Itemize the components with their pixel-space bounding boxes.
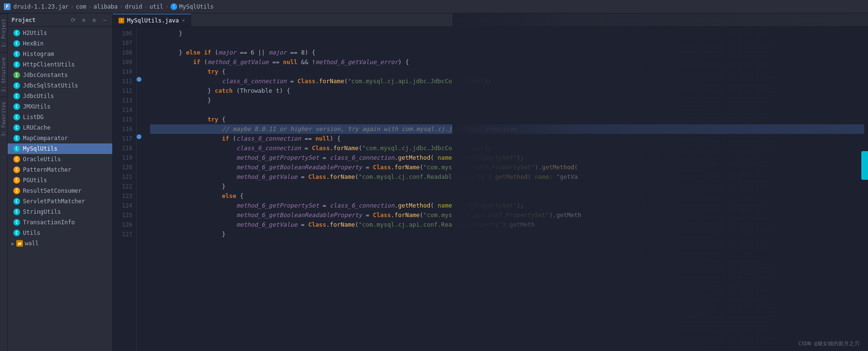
code-line-112: } catch (Throwable t) {	[150, 86, 864, 96]
file-icon: C	[13, 114, 20, 121]
sidebar-item-mysqlutils[interactable]: CMySqlUtils	[8, 143, 112, 154]
sidebar-item-lrucache[interactable]: CLRUCache	[8, 122, 112, 133]
sidebar-item-jdbcsqlstatutils[interactable]: CJdbcSqlStatUtils	[8, 80, 112, 91]
sidebar-item-servletpathmatcher[interactable]: CServletPathMatcher	[8, 196, 112, 207]
sidebar-item-hexbin[interactable]: CHexBin	[8, 38, 112, 49]
breadcrumb: druid-1.1.23.jar › com › alibaba › druid…	[13, 3, 214, 10]
sidebar-item-label: ListDG	[23, 114, 43, 121]
sidebar-item-h2utils[interactable]: CH2Utils	[8, 28, 112, 38]
tab-mysqlutils[interactable]: J MySqlUtils.java ×	[113, 14, 191, 26]
code-line-106: }	[150, 29, 864, 38]
title-bar: P druid-1.1.23.jar › com › alibaba › dru…	[0, 0, 868, 13]
breadcrumb-classname[interactable]: MySqlUtils	[179, 3, 214, 10]
sidebar-item-oracleutils[interactable]: COracleUtils	[8, 154, 112, 165]
code-line-122: }	[150, 182, 864, 191]
line-number-118: 118	[115, 143, 132, 153]
line-number-124: 124	[115, 201, 132, 210]
line-number-127: 127	[115, 230, 132, 239]
breakpoint-marker[interactable]	[137, 77, 141, 82]
sidebar-item-resultsetconsumer[interactable]: IResultSetConsumer	[8, 186, 112, 196]
file-icon: I	[13, 187, 20, 194]
close-panel-icon[interactable]: −	[101, 16, 108, 24]
tab-file-icon: J	[118, 18, 124, 23]
collapse-icon[interactable]: ≡	[80, 16, 87, 24]
code-content: } } else if (major == 6 || major == 8) {…	[146, 27, 868, 351]
sidebar-item-jdbcutils[interactable]: CJdbcUtils	[8, 91, 112, 101]
code-line-124: method_6_getPropertySet = class_6_connec…	[150, 201, 864, 210]
sidebar-item-label: HexBin	[23, 40, 43, 47]
file-icon: C	[13, 230, 20, 236]
sidebar-item-label: HttpClientUtils	[23, 61, 75, 68]
code-line-125: method_6_getBooleanReadableProperty = Cl…	[150, 210, 864, 220]
file-icon: C	[13, 198, 20, 205]
right-edge-button[interactable]	[861, 151, 868, 180]
code-line-117: if (class_6_connection == null) {	[150, 134, 864, 143]
breadcrumb-alibaba[interactable]: alibaba	[94, 3, 118, 10]
folder-wall[interactable]: ▶📁wall	[8, 238, 112, 249]
folder-icon: 📁	[16, 240, 23, 247]
file-icon: C	[13, 82, 20, 89]
sidebar-item-label: JdbcSqlStatUtils	[23, 82, 78, 89]
sidebar-item-histogram[interactable]: CHistogram	[8, 49, 112, 59]
line-number-122: 122	[115, 182, 132, 191]
line-number-110: 110	[115, 67, 132, 77]
sync-icon[interactable]: ⟳	[69, 16, 77, 24]
file-icon: C	[13, 166, 20, 173]
sidebar-item-stringutils[interactable]: CStringUtils	[8, 207, 112, 217]
main-area: 1: Project 2: Structure 3: Favorites Pro…	[0, 13, 868, 351]
sidebar-item-httpclientutils[interactable]: CHttpClientUtils	[8, 59, 112, 70]
file-list: CH2UtilsCHexBinCHistogramCHttpClientUtil…	[8, 27, 112, 351]
line-number-115: 115	[115, 115, 132, 124]
breadcrumb-jar[interactable]: druid-1.1.23.jar	[13, 3, 69, 10]
tab-favorites[interactable]: 3: Favorites	[0, 97, 7, 141]
code-line-108: } else if (major == 6 || major == 8) {	[150, 48, 864, 57]
file-icon: C	[13, 177, 20, 184]
sidebar-item-mapcomparator[interactable]: CMapComparator	[8, 133, 112, 143]
code-editor[interactable]: 1061071081091101111121131141151161171181…	[113, 27, 868, 351]
line-number-116: 116	[115, 124, 132, 134]
sidebar-item-jdbcconstants[interactable]: IJdbcConstants	[8, 70, 112, 80]
breadcrumb-com[interactable]: com	[76, 3, 86, 10]
line-number-108: 108	[115, 48, 132, 57]
sidebar-item-label: MySqlUtils	[23, 145, 57, 152]
sidebar-item-label: Histogram	[23, 51, 54, 57]
file-icon: C	[13, 124, 20, 131]
sidebar-item-utils[interactable]: CUtils	[8, 228, 112, 238]
code-line-115: try {	[150, 115, 864, 124]
tab-project[interactable]: 1: Project	[0, 13, 7, 52]
sidebar-item-label: PatternMatcher	[23, 166, 71, 173]
folder-label: wall	[25, 240, 39, 247]
code-line-116: // maybe 8.0.11 or higher version, try a…	[150, 124, 864, 134]
tab-structure[interactable]: 2: Structure	[0, 52, 7, 97]
tab-close-button[interactable]: ×	[182, 17, 185, 23]
breadcrumb-util[interactable]: util	[150, 3, 163, 10]
file-icon: C	[13, 156, 20, 163]
project-icon: P	[4, 3, 11, 10]
file-icon: C	[13, 135, 20, 142]
sidebar-item-label: JMXUtils	[23, 103, 51, 110]
file-icon: C	[13, 61, 20, 68]
file-icon: C	[13, 208, 20, 215]
file-icon: C	[13, 219, 20, 226]
code-line-121: method_6_getValue = Class.forName("com.m…	[150, 172, 864, 182]
settings-icon[interactable]: ⚙	[90, 16, 98, 24]
sidebar-item-listdg[interactable]: CListDG	[8, 112, 112, 122]
line-number-119: 119	[115, 153, 132, 163]
sidebar-item-pgutils[interactable]: CPGUtils	[8, 175, 112, 186]
code-line-107	[150, 38, 864, 48]
line-number-121: 121	[115, 172, 132, 182]
sidebar-item-patternmatcher[interactable]: CPatternMatcher	[8, 165, 112, 175]
sidebar-item-jmxutils[interactable]: CJMXUtils	[8, 101, 112, 112]
line-numbers: 1061071081091101111121131141151161171181…	[113, 27, 137, 351]
line-number-114: 114	[115, 105, 132, 115]
code-line-119: method_6_getPropertySet = class_6_connec…	[150, 153, 864, 163]
line-number-120: 120	[115, 163, 132, 172]
breadcrumb-druid[interactable]: druid	[125, 3, 142, 10]
file-icon: C	[13, 30, 20, 36]
breakpoint-marker[interactable]	[137, 134, 141, 139]
code-line-109: if (method_6_getValue == null && !method…	[150, 57, 864, 67]
sidebar-item-label: ResultSetConsumer	[23, 187, 82, 194]
sidebar-item-transactioninfo[interactable]: CTransactionInfo	[8, 217, 112, 228]
sidebar-item-label: Utils	[23, 230, 40, 236]
line-number-117: 117	[115, 134, 132, 143]
